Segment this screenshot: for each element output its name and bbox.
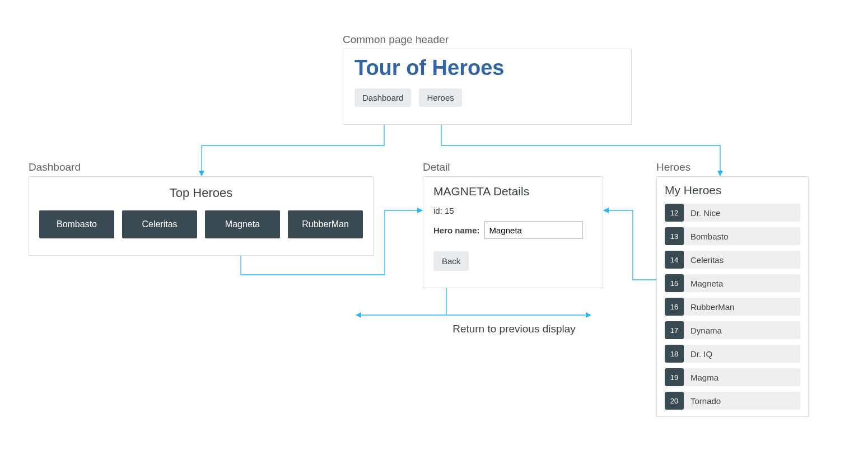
hero-tile[interactable]: Bombasto	[39, 210, 114, 238]
hero-name-label: Dynama	[684, 321, 800, 339]
hero-name-label: Celeritas	[684, 251, 800, 269]
hero-list-item[interactable]: 19Magma	[665, 368, 800, 386]
hero-id-badge: 19	[665, 368, 684, 386]
hero-name-label: Dr. IQ	[684, 345, 800, 363]
hero-tile[interactable]: RubberMan	[288, 210, 363, 238]
heroes-panel-label: Heroes	[656, 161, 690, 173]
hero-name-label: Hero name:	[433, 226, 480, 235]
detail-panel: MAGNETA Details id: 15 Hero name: Back	[423, 176, 603, 288]
hero-list-item[interactable]: 17Dynama	[665, 321, 800, 339]
heroes-title: My Heroes	[665, 184, 800, 197]
hero-id-badge: 20	[665, 392, 684, 410]
hero-list-item[interactable]: 16RubberMan	[665, 298, 800, 316]
hero-list-item[interactable]: 14Celeritas	[665, 251, 800, 269]
hero-name-label: Dr. Nice	[684, 204, 800, 222]
nav-dashboard-button[interactable]: Dashboard	[354, 88, 411, 107]
dashboard-panel-label: Dashboard	[29, 161, 81, 173]
dashboard-title: Top Heroes	[39, 186, 363, 200]
diagram-stage: { "header_label": "Common page header", …	[0, 0, 868, 460]
hero-id-badge: 16	[665, 298, 684, 316]
dashboard-panel: Top Heroes Bombasto Celeritas Magneta Ru…	[29, 176, 374, 256]
hero-list-item[interactable]: 20Tornado	[665, 392, 800, 410]
hero-list-item[interactable]: 13Bombasto	[665, 227, 800, 245]
hero-id-badge: 17	[665, 321, 684, 339]
hero-list-item[interactable]: 12Dr. Nice	[665, 204, 800, 222]
back-button[interactable]: Back	[433, 251, 469, 271]
return-label: Return to previous display	[374, 323, 654, 335]
detail-name-row: Hero name:	[433, 221, 592, 239]
heroes-panel: My Heroes 12Dr. Nice13Bombasto14Celerita…	[656, 176, 809, 417]
header-panel-label: Common page header	[343, 34, 449, 46]
hero-tile[interactable]: Celeritas	[122, 210, 197, 238]
app-title: Tour of Heroes	[354, 56, 620, 81]
hero-name-label: Magneta	[684, 274, 800, 292]
detail-panel-label: Detail	[423, 161, 450, 173]
hero-name-label: RubberMan	[684, 298, 800, 316]
hero-name-label: Bombasto	[684, 227, 800, 245]
header-panel: Tour of Heroes Dashboard Heroes	[343, 49, 632, 125]
detail-title: MAGNETA Details	[433, 185, 592, 198]
hero-list-item[interactable]: 18Dr. IQ	[665, 345, 800, 363]
hero-id-badge: 18	[665, 345, 684, 363]
nav-row: Dashboard Heroes	[354, 88, 620, 107]
nav-heroes-button[interactable]: Heroes	[419, 88, 461, 107]
hero-tile[interactable]: Magneta	[205, 210, 280, 238]
heroes-list: 12Dr. Nice13Bombasto14Celeritas15Magneta…	[665, 204, 800, 410]
hero-id-badge: 14	[665, 251, 684, 269]
hero-name-input[interactable]	[484, 221, 583, 239]
hero-list-item[interactable]: 15Magneta	[665, 274, 800, 292]
detail-id-line: id: 15	[433, 206, 592, 215]
hero-name-label: Tornado	[684, 392, 800, 410]
hero-id-badge: 12	[665, 204, 684, 222]
hero-id-badge: 15	[665, 274, 684, 292]
hero-id-badge: 13	[665, 227, 684, 245]
hero-tiles-row: Bombasto Celeritas Magneta RubberMan	[39, 210, 363, 238]
hero-name-label: Magma	[684, 368, 800, 386]
